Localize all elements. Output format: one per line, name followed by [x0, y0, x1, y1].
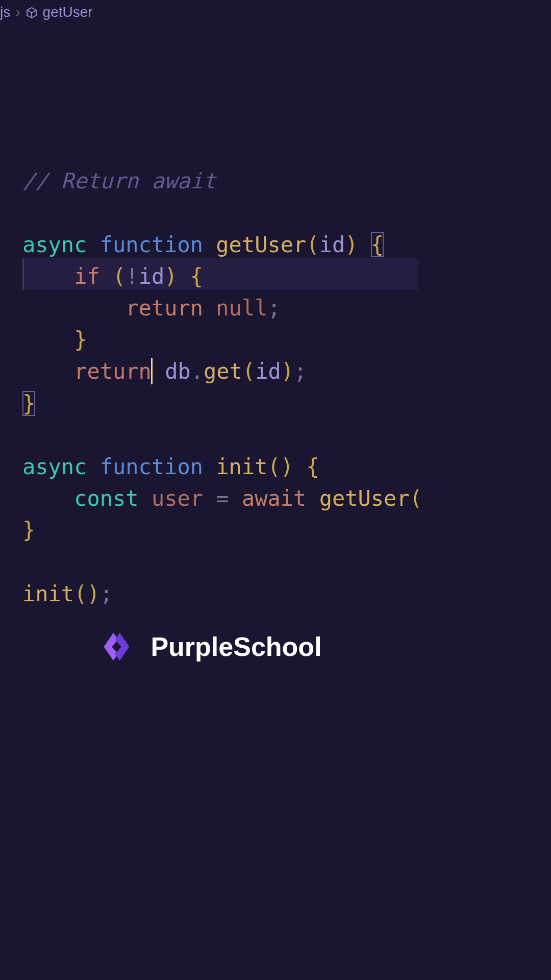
chevron-right-icon: ›	[15, 4, 20, 20]
code-comment: // Return await	[22, 168, 216, 193]
code-content: // Return await async function getUser(i…	[22, 165, 418, 609]
breadcrumb[interactable]: js › getUser	[0, 0, 418, 24]
breadcrumb-file[interactable]: js	[0, 4, 10, 20]
brand-name: PurpleSchool	[151, 631, 321, 662]
breadcrumb-symbol[interactable]: getUser	[43, 4, 93, 20]
text-cursor	[151, 358, 153, 384]
code-editor[interactable]: // Return await async function getUser(i…	[0, 24, 418, 642]
logo-icon	[96, 627, 136, 667]
symbol-method-icon	[26, 6, 38, 18]
brand-logo: PurpleSchool	[96, 627, 321, 667]
